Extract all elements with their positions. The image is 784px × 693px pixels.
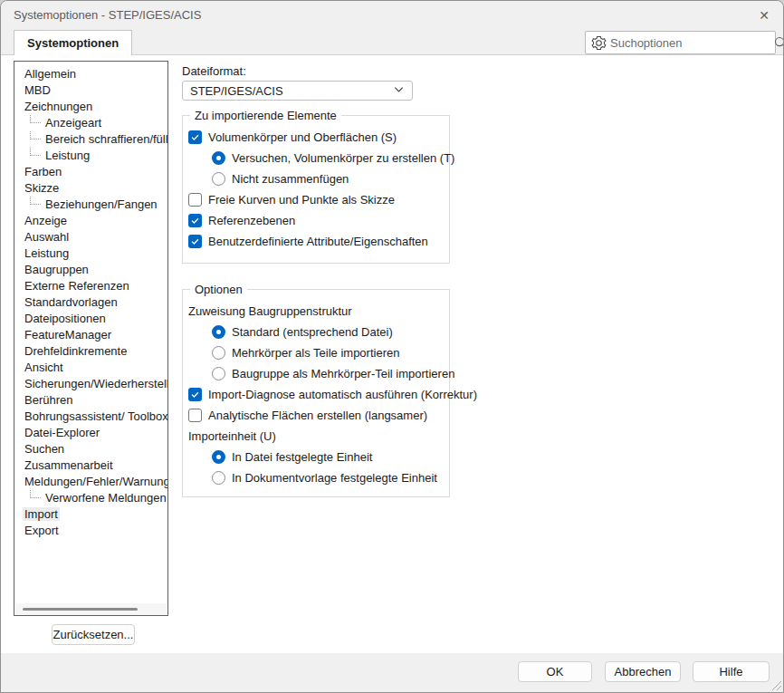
checkbox-unchecked-icon[interactable] xyxy=(188,409,202,422)
option-row[interactable]: Referenzebenen xyxy=(188,210,444,231)
sidebar-item[interactable]: MBD xyxy=(14,82,167,99)
checkbox-checked-icon[interactable] xyxy=(188,214,202,227)
sidebar-item-label: Standardvorlagen xyxy=(23,295,120,309)
sidebar-item-label: Export xyxy=(23,524,61,537)
option-label: Benutzerdefinierte Attribute/Eigenschaft… xyxy=(208,235,428,248)
tree-branch-icon xyxy=(30,490,41,498)
option-label: Baugruppe als Mehrkörper-Teil importiere… xyxy=(232,367,454,380)
sidebar-item[interactable]: Export xyxy=(14,523,167,539)
ok-button[interactable]: OK xyxy=(518,661,592,682)
group-rows-1: Zuweisung Baugruppenstruktur Standard (e… xyxy=(183,290,449,488)
horizontal-scrollbar[interactable] xyxy=(15,603,167,615)
group-title: Optionen xyxy=(190,283,247,296)
sidebar-item[interactable]: Beziehungen/Fangen xyxy=(14,197,167,213)
option-row[interactable]: Import-Diagnose automatisch ausführen (K… xyxy=(188,384,444,405)
sidebar-item[interactable]: Leistung xyxy=(14,245,167,262)
sidebar-item[interactable]: Standardvorlagen xyxy=(14,294,167,311)
option-row[interactable]: Nicht zusammenfügen xyxy=(212,168,444,189)
sidebar-item[interactable]: Externe Referenzen xyxy=(14,278,167,294)
resize-grip-icon[interactable] xyxy=(770,679,782,691)
radio-unselected-icon[interactable] xyxy=(212,346,225,360)
sidebar-item[interactable]: Meldungen/Fehler/Warnungen xyxy=(14,474,167,490)
group-rows-0: Volumenkörper und Oberflächen (S) Versuc… xyxy=(183,116,449,252)
checkbox-unchecked-icon[interactable] xyxy=(188,193,202,207)
search-input[interactable] xyxy=(607,36,773,50)
close-button[interactable]: ✕ xyxy=(755,6,773,24)
option-row[interactable]: Volumenkörper und Oberflächen (S) xyxy=(188,127,444,148)
sidebar-item[interactable]: Anzeige xyxy=(14,213,167,229)
checkbox-checked-icon[interactable] xyxy=(188,388,202,401)
radio-unselected-icon[interactable] xyxy=(212,172,225,186)
file-format-dropdown[interactable]: STEP/IGES/ACIS xyxy=(182,81,413,101)
option-label: Mehrkörper als Teile importieren xyxy=(232,346,399,360)
sidebar-item[interactable]: Bereich schraffieren/füllen xyxy=(14,131,167,148)
option-row[interactable]: Freie Kurven und Punkte als Skizze xyxy=(188,189,444,210)
help-button[interactable]: Hilfe xyxy=(693,661,770,682)
sidebar-item[interactable]: Ansicht xyxy=(14,360,167,376)
option-row[interactable]: Mehrkörper als Teile importieren xyxy=(212,342,444,363)
sidebar-item[interactable]: Anzeigeart xyxy=(14,115,167,131)
sidebar-item-label: Meldungen/Fehler/Warnungen xyxy=(23,475,167,488)
option-row[interactable]: Versuchen, Volumenkörper zu erstellen (T… xyxy=(212,148,444,168)
option-label: Freie Kurven und Punkte als Skizze xyxy=(208,193,395,207)
sidebar-item[interactable]: Baugruppen xyxy=(14,262,167,278)
cancel-button[interactable]: Abbrechen xyxy=(605,661,681,682)
checkbox-checked-icon[interactable] xyxy=(188,235,202,248)
file-format-label: Dateiformat: xyxy=(182,64,246,78)
sidebar-item[interactable]: Allgemein xyxy=(14,66,167,82)
sidebar-item[interactable]: Auswahl xyxy=(14,229,167,245)
window-title: Systemoptionen - STEP/IGES/ACIS xyxy=(14,8,201,22)
sidebar-item-label: Zeichnungen xyxy=(23,100,94,113)
option-row[interactable]: Standard (entsprechend Datei) xyxy=(212,322,444,342)
radio-selected-icon[interactable] xyxy=(212,325,225,339)
sidebar-item-label: Allgemein xyxy=(23,67,78,81)
radio-unselected-icon[interactable] xyxy=(212,367,225,380)
scrollbar-thumb[interactable] xyxy=(23,608,138,611)
sidebar-item[interactable]: Verworfene Meldungen xyxy=(14,490,167,506)
option-label: In Dokumentvorlage festgelegte Einheit xyxy=(232,471,437,485)
option-row[interactable]: Baugruppe als Mehrkörper-Teil importiere… xyxy=(212,363,444,384)
option-row[interactable]: In Dokumentvorlage festgelegte Einheit xyxy=(212,467,444,488)
sidebar-item-label: Datei-Explorer xyxy=(23,426,101,439)
sidebar-item-label: Import xyxy=(23,507,60,521)
option-row[interactable]: Analytische Flächen erstellen (langsamer… xyxy=(188,405,444,426)
file-format-value: STEP/IGES/ACIS xyxy=(190,84,393,98)
sidebar-item[interactable]: Suchen xyxy=(14,441,167,457)
sidebar-item[interactable]: Leistung xyxy=(14,148,167,164)
radio-selected-icon[interactable] xyxy=(212,450,225,464)
tab-page: AllgemeinMBDZeichnungenAnzeigeartBereich… xyxy=(1,55,783,653)
sidebar-item[interactable]: FeatureManager xyxy=(14,327,167,343)
sidebar-item[interactable]: Bohrungsassistent/ Toolbox xyxy=(14,409,167,425)
option-label: Standard (entsprechend Datei) xyxy=(232,325,393,339)
magnifier-icon[interactable] xyxy=(773,35,784,51)
sidebar-item[interactable]: Zeichnungen xyxy=(14,99,167,115)
tree-branch-icon xyxy=(30,131,41,140)
search-box[interactable] xyxy=(585,31,776,54)
sidebar-item-label: Externe Referenzen xyxy=(23,279,131,293)
option-label: Referenzebenen xyxy=(208,214,295,227)
sidebar-item[interactable]: Skizze xyxy=(14,180,167,197)
sidebar-item[interactable]: Import xyxy=(14,506,167,523)
radio-unselected-icon[interactable] xyxy=(212,471,225,485)
sidebar-item-label: Suchen xyxy=(23,442,66,456)
reset-button[interactable]: Zurücksetzen... xyxy=(52,624,135,645)
sidebar-item[interactable]: Drehfeldinkremente xyxy=(14,343,167,360)
radio-selected-icon[interactable] xyxy=(212,151,225,165)
sidebar-item[interactable]: Farben xyxy=(14,164,167,180)
option-row[interactable]: In Datei festgelegte Einheit xyxy=(212,447,444,467)
checkbox-checked-icon[interactable] xyxy=(188,130,202,144)
sidebar-item[interactable]: Berühren xyxy=(14,392,167,409)
option-row[interactable]: Benutzerdefinierte Attribute/Eigenschaft… xyxy=(188,231,444,252)
option-label: Volumenkörper und Oberflächen (S) xyxy=(208,130,397,144)
option-label: Analytische Flächen erstellen (langsamer… xyxy=(208,409,427,422)
sidebar-item[interactable]: Sicherungen/Wiederherstellen xyxy=(14,376,167,392)
tab-systemoptionen[interactable]: Systemoptionen xyxy=(14,30,132,55)
sidebar-item[interactable]: Zusammenarbeit xyxy=(14,457,167,474)
sidebar-item-label: Dateipositionen xyxy=(23,312,108,325)
sidebar-item[interactable]: Datei-Explorer xyxy=(14,425,167,441)
sidebar-item-label: Bohrungsassistent/ Toolbox xyxy=(23,409,167,423)
gear-icon[interactable] xyxy=(591,35,607,51)
titlebar: Systemoptionen - STEP/IGES/ACIS ✕ xyxy=(1,1,783,29)
sidebar-item[interactable]: Dateipositionen xyxy=(14,311,167,327)
sidebar-item-label: Zusammenarbeit xyxy=(23,458,115,472)
